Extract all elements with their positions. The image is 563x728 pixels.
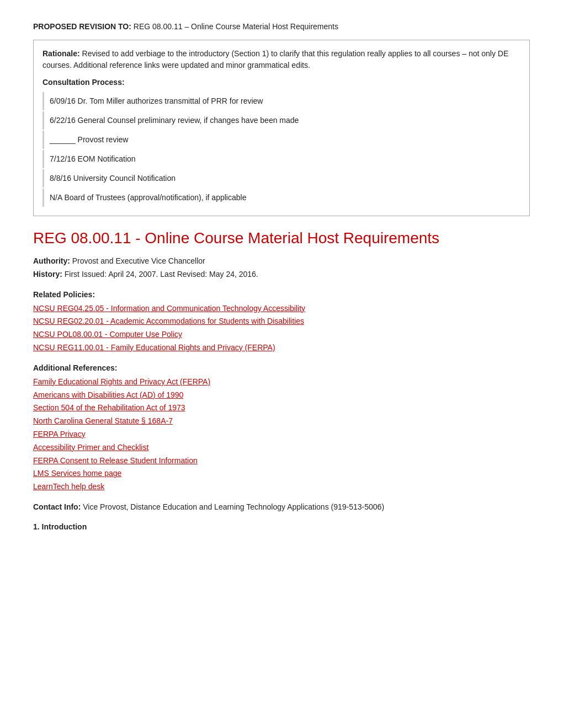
additional-reference-link[interactable]: FERPA Privacy — [33, 428, 530, 441]
authority-text: Provost and Executive Vice Chancellor — [72, 256, 205, 265]
rationale-paragraph: Rationale: Revised to add verbiage to th… — [43, 48, 520, 71]
consultation-section: Consultation Process: 6/09/16 Dr. Tom Mi… — [43, 78, 520, 207]
consultation-item: 6/09/16 Dr. Tom Miller authorizes transm… — [43, 92, 520, 110]
proposed-revision-label: PROPOSED REVISION TO: — [33, 22, 131, 31]
authority-section: Authority: Provost and Executive Vice Ch… — [33, 255, 530, 281]
related-policies-links: NCSU REG04.25.05 - Information and Commu… — [33, 302, 530, 355]
rationale-text: Revised to add verbiage to the introduct… — [43, 49, 508, 69]
consultation-title: Consultation Process: — [43, 78, 520, 87]
additional-reference-link[interactable]: LearnTech help desk — [33, 480, 530, 494]
related-policies-header: Related Policies: — [33, 290, 530, 299]
consultation-item: N/A Board of Trustees (approval/notifica… — [43, 189, 520, 207]
related-policy-link[interactable]: NCSU REG04.25.05 - Information and Commu… — [33, 302, 530, 315]
additional-reference-link[interactable]: FERPA Consent to Release Student Informa… — [33, 454, 530, 468]
history-label: History: — [33, 270, 62, 279]
contact-info-text: Vice Provost, Distance Education and Lea… — [83, 502, 384, 511]
related-policies-section: Related Policies: NCSU REG04.25.05 - Inf… — [33, 290, 530, 355]
rationale-box: Rationale: Revised to add verbiage to th… — [33, 40, 530, 216]
proposed-revision-line: PROPOSED REVISION TO: REG 08.00.11 – Onl… — [33, 22, 530, 31]
related-policy-link[interactable]: NCSU REG11.00.01 - Family Educational Ri… — [33, 341, 530, 355]
consultation-item: 6/22/16 General Counsel preliminary revi… — [43, 111, 520, 130]
proposed-revision-text: REG 08.00.11 – Online Course Material Ho… — [134, 22, 338, 31]
history-line: History: First Issued: April 24, 2007. L… — [33, 268, 530, 281]
contact-info-label: Contact Info: — [33, 502, 81, 511]
additional-references-header: Additional References: — [33, 363, 530, 372]
contact-info-section: Contact Info: Vice Provost, Distance Edu… — [33, 502, 530, 511]
reg-title: REG 08.00.11 - Online Course Material Ho… — [33, 229, 530, 247]
additional-references-links: Family Educational Rights and Privacy Ac… — [33, 376, 530, 494]
additional-reference-link[interactable]: Americans with Disabilities Act (AD) of … — [33, 389, 530, 402]
additional-references-section: Additional References: Family Educationa… — [33, 363, 530, 494]
additional-reference-link[interactable]: North Carolina General Statute § 168A-7 — [33, 415, 530, 428]
related-policy-link[interactable]: NCSU REG02.20.01 - Academic Accommodatio… — [33, 315, 530, 328]
authority-label: Authority: — [33, 256, 70, 265]
additional-reference-link[interactable]: Section 504 of the Rehabilitation Act of… — [33, 402, 530, 415]
rationale-label: Rationale: — [43, 49, 80, 58]
authority-line: Authority: Provost and Executive Vice Ch… — [33, 255, 530, 268]
additional-reference-link[interactable]: Family Educational Rights and Privacy Ac… — [33, 376, 530, 389]
consultation-item: 8/8/16 University Council Notification — [43, 169, 520, 188]
consultation-item: ______ Provost review — [43, 131, 520, 149]
history-text: First Issued: April 24, 2007. Last Revis… — [65, 270, 258, 279]
related-policy-link[interactable]: NCSU POL08.00.01 - Computer Use Policy — [33, 328, 530, 341]
additional-reference-link[interactable]: LMS Services home page — [33, 467, 530, 480]
additional-reference-link[interactable]: Accessibility Primer and Checklist — [33, 441, 530, 454]
intro-header: 1. Introduction — [33, 522, 530, 531]
consultation-items: 6/09/16 Dr. Tom Miller authorizes transm… — [43, 92, 520, 207]
consultation-item: 7/12/16 EOM Notification — [43, 150, 520, 168]
